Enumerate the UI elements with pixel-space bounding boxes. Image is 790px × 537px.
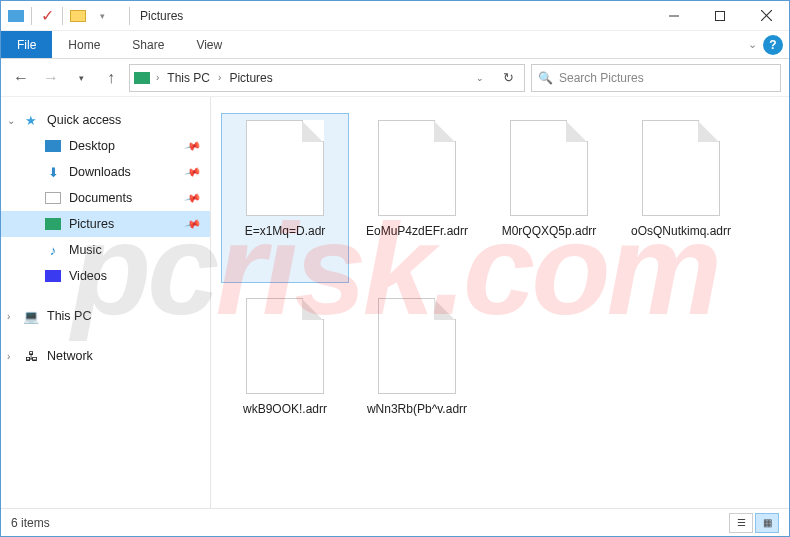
chevron-right-icon[interactable]: ›: [154, 72, 161, 83]
chevron-right-icon[interactable]: ›: [7, 311, 10, 322]
ribbon: File Home Share View ⌄ ?: [1, 31, 789, 59]
search-icon: 🔍: [538, 71, 553, 85]
tab-home[interactable]: Home: [52, 31, 116, 58]
file-icon: [642, 120, 720, 216]
minimize-button[interactable]: [651, 1, 697, 31]
network-icon: 🖧: [23, 348, 39, 364]
pictures-icon: [45, 216, 61, 232]
file-icon: [378, 298, 456, 394]
videos-icon: [45, 268, 61, 284]
view-details-button[interactable]: ☰: [729, 513, 753, 533]
file-item[interactable]: E=x1Mq=D.adr: [221, 113, 349, 283]
file-item[interactable]: oOsQNutkimq.adrr: [617, 113, 745, 283]
pin-icon: 📌: [184, 137, 203, 155]
file-list[interactable]: E=x1Mq=D.adrEoMuP4zdEFr.adrrM0rQQXQ5p.ad…: [211, 97, 789, 508]
search-box[interactable]: 🔍: [531, 64, 781, 92]
file-name: oOsQNutkimq.adrr: [631, 224, 731, 240]
file-name: wkB9OOK!.adrr: [243, 402, 327, 418]
ribbon-expand-icon[interactable]: ⌄: [748, 38, 757, 51]
star-icon: ★: [23, 112, 39, 128]
sidebar-item-videos[interactable]: Videos: [1, 263, 210, 289]
pin-icon: 📌: [184, 215, 203, 233]
sidebar-item-label: Music: [69, 243, 102, 257]
help-icon[interactable]: ?: [763, 35, 783, 55]
file-item[interactable]: wNn3Rb(Pb^v.adrr: [353, 291, 481, 461]
breadcrumb-this-pc[interactable]: This PC: [165, 71, 212, 85]
chevron-right-icon[interactable]: ›: [216, 72, 223, 83]
desktop-icon: [45, 138, 61, 154]
sidebar-item-music[interactable]: ♪ Music: [1, 237, 210, 263]
status-bar: 6 items ☰ ▦: [1, 508, 789, 536]
pin-icon: 📌: [184, 189, 203, 207]
file-icon: [246, 120, 324, 216]
file-tab[interactable]: File: [1, 31, 52, 58]
file-icon: [510, 120, 588, 216]
app-icon[interactable]: [5, 5, 27, 27]
breadcrumb-pictures[interactable]: Pictures: [227, 71, 274, 85]
file-name: EoMuP4zdEFr.adrr: [366, 224, 468, 240]
search-input[interactable]: [559, 71, 774, 85]
sidebar-item-label: Downloads: [69, 165, 131, 179]
documents-icon: [45, 190, 61, 206]
downloads-icon: ⬇: [45, 164, 61, 180]
sidebar-item-label: Videos: [69, 269, 107, 283]
chevron-down-icon[interactable]: ⌄: [7, 115, 15, 126]
back-button[interactable]: ←: [9, 66, 33, 90]
close-button[interactable]: [743, 1, 789, 31]
sidebar-network[interactable]: › 🖧 Network: [1, 343, 210, 369]
music-icon: ♪: [45, 242, 61, 258]
recent-locations-dropdown[interactable]: ▾: [69, 66, 93, 90]
qat-properties-icon[interactable]: ✓: [36, 5, 58, 27]
tab-share[interactable]: Share: [116, 31, 180, 58]
sidebar-item-desktop[interactable]: Desktop 📌: [1, 133, 210, 159]
file-item[interactable]: wkB9OOK!.adrr: [221, 291, 349, 461]
refresh-icon[interactable]: ↻: [496, 66, 520, 90]
sidebar-item-label: Documents: [69, 191, 132, 205]
this-pc-icon: 💻: [23, 308, 39, 324]
up-button[interactable]: ↑: [99, 66, 123, 90]
file-item[interactable]: M0rQQXQ5p.adrr: [485, 113, 613, 283]
file-name: E=x1Mq=D.adr: [245, 224, 326, 240]
sidebar-item-label: Desktop: [69, 139, 115, 153]
tab-view[interactable]: View: [180, 31, 238, 58]
chevron-right-icon[interactable]: ›: [7, 351, 10, 362]
sidebar-item-label: Pictures: [69, 217, 114, 231]
file-name: M0rQQXQ5p.adrr: [502, 224, 597, 240]
main-area: ⌄ ★ Quick access Desktop 📌 ⬇ Downloads 📌…: [1, 97, 789, 508]
title-bar: ✓ ▾ Pictures: [1, 1, 789, 31]
sidebar-item-pictures[interactable]: Pictures 📌: [1, 211, 210, 237]
qat-dropdown-icon[interactable]: ▾: [91, 5, 113, 27]
window-title: Pictures: [132, 9, 651, 23]
file-icon: [246, 298, 324, 394]
navigation-bar: ← → ▾ ↑ › This PC › Pictures ⌄ ↻ 🔍: [1, 59, 789, 97]
address-bar[interactable]: › This PC › Pictures ⌄ ↻: [129, 64, 525, 92]
maximize-button[interactable]: [697, 1, 743, 31]
address-dropdown-icon[interactable]: ⌄: [468, 66, 492, 90]
view-large-icons-button[interactable]: ▦: [755, 513, 779, 533]
pin-icon: 📌: [184, 163, 203, 181]
navigation-pane[interactable]: ⌄ ★ Quick access Desktop 📌 ⬇ Downloads 📌…: [1, 97, 211, 508]
sidebar-item-label: Network: [47, 349, 93, 363]
sidebar-item-label: Quick access: [47, 113, 121, 127]
quick-access-toolbar: ✓ ▾: [1, 5, 127, 27]
svg-rect-1: [716, 11, 725, 20]
qat-folder-icon[interactable]: [67, 5, 89, 27]
location-icon: [134, 70, 150, 86]
file-item[interactable]: EoMuP4zdEFr.adrr: [353, 113, 481, 283]
sidebar-this-pc[interactable]: › 💻 This PC: [1, 303, 210, 329]
sidebar-item-label: This PC: [47, 309, 91, 323]
sidebar-quick-access[interactable]: ⌄ ★ Quick access: [1, 107, 210, 133]
status-item-count: 6 items: [11, 516, 50, 530]
forward-button[interactable]: →: [39, 66, 63, 90]
file-icon: [378, 120, 456, 216]
file-name: wNn3Rb(Pb^v.adrr: [367, 402, 467, 418]
sidebar-item-documents[interactable]: Documents 📌: [1, 185, 210, 211]
sidebar-item-downloads[interactable]: ⬇ Downloads 📌: [1, 159, 210, 185]
